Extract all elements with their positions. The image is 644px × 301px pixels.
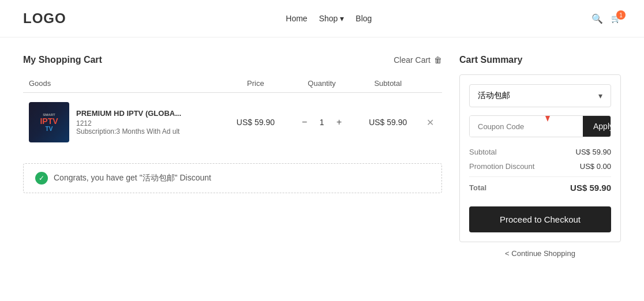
col-subtotal: Subtotal	[357, 74, 418, 93]
chevron-down-icon: ▾	[340, 14, 344, 23]
cart-summary: Cart Summary 活动包邮 ▾ Apply Subtotal US$	[459, 55, 621, 258]
remove-item-button[interactable]: ✕	[426, 117, 434, 128]
discount-value: US$ 0.00	[580, 162, 611, 171]
product-id: 1212	[76, 119, 181, 127]
total-row: Total US$ 59.90	[469, 183, 611, 193]
nav-shop[interactable]: Shop ▾	[319, 14, 345, 23]
header-icons: 🔍 🛒 1	[591, 13, 621, 24]
search-icon[interactable]: 🔍	[591, 13, 603, 24]
shipping-dropdown[interactable]: 活动包邮 ▾	[469, 84, 611, 107]
dropdown-arrow-icon: ▾	[598, 91, 602, 100]
main-content: My Shopping Cart Clear Cart 🗑 Goods Pric…	[0, 37, 644, 275]
nav-blog[interactable]: Blog	[355, 14, 372, 23]
cart-badge: 1	[616, 10, 626, 20]
cart-icon[interactable]: 🛒 1	[611, 14, 621, 23]
subtotal-row: Subtotal US$ 59.90	[469, 148, 611, 156]
shipping-option: 活动包邮	[478, 91, 510, 101]
product-name: PREMIUM HD IPTV (GLOBA...	[76, 109, 181, 118]
coupon-input[interactable]	[470, 116, 583, 137]
discount-message: Congrats, you have get "活动包邮" Discount	[54, 173, 211, 183]
quantity-control: − 1 +	[292, 116, 351, 128]
product-subtotal: US$ 59.90	[357, 93, 418, 152]
discount-row: Promotion Discount US$ 0.00	[469, 162, 611, 171]
table-row: SMART IPTV TV PREMIUM HD IPTV (GLOBA... …	[23, 93, 442, 152]
cart-section: My Shopping Cart Clear Cart 🗑 Goods Pric…	[23, 55, 442, 258]
coupon-row: Apply	[469, 115, 611, 137]
total-value: US$ 59.90	[570, 183, 611, 193]
col-goods: Goods	[23, 74, 225, 93]
checkout-button[interactable]: Proceed to Checkout	[469, 206, 611, 232]
product-image: SMART IPTV TV	[29, 102, 69, 142]
cart-table: Goods Price Quantity Subtotal SM	[23, 74, 442, 152]
coupon-apply-button[interactable]: Apply	[583, 116, 611, 137]
header: LOGO Home Shop ▾ Blog 🔍 🛒 1	[0, 0, 644, 37]
product-description: Subscription:3 Months With Ad ult	[76, 127, 181, 136]
continue-shopping-link[interactable]: < Continue Shopping	[459, 249, 621, 258]
discount-label: Promotion Discount	[469, 162, 534, 171]
subtotal-label: Subtotal	[469, 148, 497, 156]
qty-value: 1	[316, 118, 328, 127]
decrease-qty-button[interactable]: −	[299, 116, 310, 128]
logo: LOGO	[23, 10, 66, 27]
product-details: PREMIUM HD IPTV (GLOBA... 1212 Subscript…	[76, 109, 181, 136]
total-label: Total	[469, 183, 486, 192]
clear-cart-button[interactable]: Clear Cart 🗑	[394, 55, 442, 65]
summary-divider	[469, 176, 611, 177]
check-icon: ✓	[35, 172, 48, 185]
nav-home[interactable]: Home	[286, 14, 307, 23]
col-price: Price	[225, 74, 286, 93]
summary-title: Cart Summary	[459, 55, 621, 65]
trash-icon: 🗑	[434, 55, 442, 65]
discount-banner: ✓ Congrats, you have get "活动包邮" Discount	[23, 163, 442, 193]
summary-box: 活动包邮 ▾ Apply Subtotal US$ 59.90 Promotio…	[459, 74, 621, 242]
product-info: SMART IPTV TV PREMIUM HD IPTV (GLOBA... …	[29, 102, 219, 142]
subtotal-value: US$ 59.90	[576, 148, 611, 156]
col-quantity: Quantity	[286, 74, 357, 93]
product-price: US$ 59.90	[225, 93, 286, 152]
cart-title: My Shopping Cart	[23, 55, 102, 65]
cart-header: My Shopping Cart Clear Cart 🗑	[23, 55, 442, 65]
increase-qty-button[interactable]: +	[334, 116, 345, 128]
main-nav: Home Shop ▾ Blog	[286, 14, 372, 23]
